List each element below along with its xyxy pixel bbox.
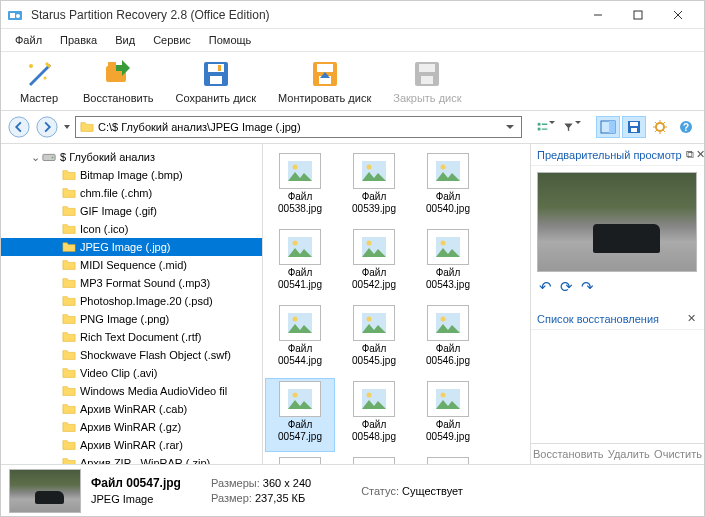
tree-item[interactable]: MP3 Format Sound (.mp3) bbox=[1, 274, 262, 292]
svg-point-37 bbox=[441, 165, 446, 170]
tree-root[interactable]: ⌄$ Глубокий анализ bbox=[1, 148, 262, 166]
window-title: Starus Partition Recovery 2.8 (Office Ed… bbox=[27, 8, 578, 22]
recovery-list[interactable] bbox=[531, 330, 704, 443]
image-icon bbox=[353, 381, 395, 417]
tree-item[interactable]: Photoshop.Image.20 (.psd) bbox=[1, 292, 262, 310]
save-button[interactable] bbox=[622, 116, 646, 138]
image-icon bbox=[279, 305, 321, 341]
tree-item[interactable]: Bitmap Image (.bmp) bbox=[1, 166, 262, 184]
refresh-icon[interactable]: ⟳ bbox=[560, 278, 573, 296]
redo-icon[interactable]: ↷ bbox=[581, 278, 594, 296]
tree-item[interactable]: MIDI Sequence (.mid) bbox=[1, 256, 262, 274]
main-toolbar: МастерВосстановитьСохранить дискМонтиров… bbox=[1, 52, 704, 111]
path-dropdown-icon[interactable] bbox=[505, 122, 517, 132]
recovery-action[interactable]: Удалить bbox=[605, 444, 652, 464]
toolbar-close-disk: Закрыть диск bbox=[385, 56, 469, 106]
file-thumb[interactable]: Файл00549.jpg bbox=[413, 378, 483, 452]
file-thumb[interactable]: Файл00543.jpg bbox=[413, 226, 483, 300]
nav-forward-button[interactable] bbox=[35, 115, 59, 139]
tree-item[interactable]: Архив WinRAR (.rar) bbox=[1, 436, 262, 454]
file-thumb[interactable]: Файл00547.jpg bbox=[265, 378, 335, 452]
svg-rect-20 bbox=[538, 123, 541, 126]
recovery-action[interactable]: Восстановить bbox=[531, 444, 605, 464]
tree-item[interactable]: Shockwave Flash Object (.swf) bbox=[1, 346, 262, 364]
size-label: Размер: bbox=[211, 492, 252, 504]
close-button[interactable] bbox=[658, 2, 698, 28]
view-options-button[interactable] bbox=[536, 116, 560, 138]
nav-history-dropdown[interactable] bbox=[63, 116, 71, 138]
tree-item[interactable]: chm.file (.chm) bbox=[1, 184, 262, 202]
tree-item[interactable]: Windows Media AudioVideo fil bbox=[1, 382, 262, 400]
svg-rect-16 bbox=[419, 64, 435, 72]
toolbar-label: Монтировать диск bbox=[278, 92, 371, 104]
menu-файл[interactable]: Файл bbox=[7, 31, 50, 49]
app-icon bbox=[7, 7, 23, 23]
path-input[interactable] bbox=[98, 121, 505, 133]
svg-point-41 bbox=[367, 241, 372, 246]
svg-point-5 bbox=[44, 77, 47, 80]
file-view[interactable]: Файл00538.jpgФайл00539.jpgФайл00540.jpgФ… bbox=[263, 144, 530, 464]
nav-back-button[interactable] bbox=[7, 115, 31, 139]
tree-item[interactable]: Архив WinRAR (.gz) bbox=[1, 418, 262, 436]
image-icon bbox=[353, 153, 395, 189]
filter-button[interactable] bbox=[562, 116, 586, 138]
tree-item[interactable]: GIF Image (.gif) bbox=[1, 202, 262, 220]
tree-item[interactable]: Rich Text Document (.rtf) bbox=[1, 328, 262, 346]
file-caption: Файл00549.jpg bbox=[426, 419, 470, 442]
file-thumb[interactable]: Файл00545.jpg bbox=[339, 302, 409, 376]
close-icon[interactable]: ✕ bbox=[694, 148, 704, 161]
menu-помощь[interactable]: Помощь bbox=[201, 31, 260, 49]
tree-item[interactable]: Video Clip (.avi) bbox=[1, 364, 262, 382]
recovery-action[interactable]: Очистить bbox=[652, 444, 704, 464]
file-thumb[interactable]: Файл00548.jpg bbox=[339, 378, 409, 452]
popout-icon[interactable]: ⧉ bbox=[686, 148, 694, 161]
toolbar-recover[interactable]: Восстановить bbox=[75, 56, 161, 106]
file-thumb[interactable]: Файл00542.jpg bbox=[339, 226, 409, 300]
file-thumb[interactable]: Файл00539.jpg bbox=[339, 150, 409, 224]
file-thumb[interactable]: Файл00552.jpg bbox=[413, 454, 483, 464]
folder-tree[interactable]: ⌄$ Глубокий анализBitmap Image (.bmp)chm… bbox=[1, 144, 263, 464]
svg-rect-26 bbox=[631, 128, 637, 132]
svg-rect-21 bbox=[538, 128, 541, 131]
svg-rect-9 bbox=[208, 64, 224, 72]
preview-image bbox=[537, 172, 697, 272]
file-caption: Файл00547.jpg bbox=[278, 419, 322, 442]
tree-item[interactable]: JPEG Image (.jpg) bbox=[1, 238, 262, 256]
svg-point-45 bbox=[293, 317, 298, 322]
svg-rect-1 bbox=[10, 13, 15, 18]
file-thumb[interactable]: Файл00540.jpg bbox=[413, 150, 483, 224]
tree-item[interactable]: Архив WinRAR (.cab) bbox=[1, 400, 262, 418]
svg-point-43 bbox=[441, 241, 446, 246]
minimize-button[interactable] bbox=[578, 2, 618, 28]
folder-icon bbox=[80, 120, 94, 134]
file-caption: Файл00539.jpg bbox=[352, 191, 396, 214]
menu-сервис[interactable]: Сервис bbox=[145, 31, 199, 49]
svg-point-35 bbox=[367, 165, 372, 170]
toolbar-save-disk[interactable]: Сохранить диск bbox=[167, 56, 264, 106]
toolbar-mount-disk[interactable]: Монтировать диск bbox=[270, 56, 379, 106]
maximize-button[interactable] bbox=[618, 2, 658, 28]
toolbar-label: Закрыть диск bbox=[393, 92, 461, 104]
tree-item[interactable]: Архив ZIP - WinRAR (.zip) bbox=[1, 454, 262, 464]
close-icon[interactable]: ✕ bbox=[685, 312, 698, 325]
address-bar[interactable] bbox=[75, 116, 522, 138]
toolbar-wizard[interactable]: Мастер bbox=[9, 56, 69, 106]
file-thumb[interactable]: Файл00541.jpg bbox=[265, 226, 335, 300]
svg-point-4 bbox=[29, 64, 33, 68]
tree-item[interactable]: PNG Image (.png) bbox=[1, 310, 262, 328]
svg-rect-17 bbox=[421, 76, 433, 84]
undo-icon[interactable]: ↶ bbox=[539, 278, 552, 296]
file-thumb[interactable]: Файл00538.jpg bbox=[265, 150, 335, 224]
file-thumb[interactable]: Файл00546.jpg bbox=[413, 302, 483, 376]
menu-вид[interactable]: Вид bbox=[107, 31, 143, 49]
file-caption: Файл00543.jpg bbox=[426, 267, 470, 290]
main-area: ⌄$ Глубокий анализBitmap Image (.bmp)chm… bbox=[1, 144, 704, 464]
file-thumb[interactable]: Файл00550.jpg bbox=[265, 454, 335, 464]
tree-item[interactable]: Icon (.ico) bbox=[1, 220, 262, 238]
file-thumb[interactable]: Файл00544.jpg bbox=[265, 302, 335, 376]
help-button[interactable]: ? bbox=[674, 116, 698, 138]
preview-panel-toggle[interactable] bbox=[596, 116, 620, 138]
file-thumb[interactable]: Файл00551.jpg bbox=[339, 454, 409, 464]
options-button[interactable] bbox=[648, 116, 672, 138]
menu-правка[interactable]: Правка bbox=[52, 31, 105, 49]
